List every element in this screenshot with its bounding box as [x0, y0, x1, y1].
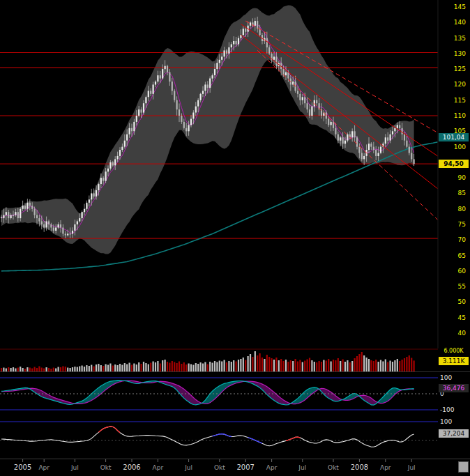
corner-resize-handle[interactable] — [458, 461, 469, 473]
volume-chart-canvas[interactable] — [0, 348, 470, 372]
svg-text:40: 40 — [458, 330, 467, 337]
svg-text:130: 130 — [454, 50, 466, 57]
svg-text:100: 100 — [440, 418, 452, 425]
svg-text:2006: 2006 — [123, 463, 140, 471]
svg-text:100: 100 — [440, 374, 452, 381]
svg-text:100: 100 — [454, 144, 466, 151]
svg-text:60: 60 — [458, 268, 467, 275]
svg-text:90: 90 — [458, 174, 467, 181]
last-price-badge: 94,50 — [439, 160, 469, 168]
svg-text:Jul: Jul — [184, 464, 192, 471]
volume-scale-label: 6.000K — [439, 348, 469, 355]
svg-text:75: 75 — [458, 221, 466, 228]
price-chart-canvas[interactable]: 1451401351301251201151101051009590858075… — [0, 0, 470, 348]
svg-text:2008: 2008 — [351, 463, 368, 471]
svg-text:Jul: Jul — [407, 464, 416, 471]
svg-text:Okt: Okt — [214, 464, 225, 471]
volume-value-badge: 3.111K — [439, 357, 469, 365]
svg-text:-100: -100 — [440, 406, 455, 413]
oscillator1-value-badge: 36,476 — [439, 384, 469, 392]
svg-text:2005: 2005 — [14, 463, 31, 471]
svg-text:65: 65 — [458, 252, 466, 259]
svg-text:80: 80 — [458, 206, 467, 213]
svg-text:120: 120 — [454, 81, 466, 88]
svg-text:Apr: Apr — [38, 464, 50, 471]
ma-value-badge: 101,04 — [439, 133, 469, 141]
svg-text:70: 70 — [458, 236, 467, 243]
svg-text:Apr: Apr — [153, 464, 164, 471]
oscillator2-value-badge: 37,204 — [439, 429, 469, 438]
svg-text:Apr: Apr — [266, 464, 278, 471]
svg-text:110: 110 — [454, 112, 466, 119]
svg-text:55: 55 — [458, 283, 466, 290]
svg-text:140: 140 — [454, 19, 466, 26]
svg-text:Okt: Okt — [328, 464, 339, 471]
oscillator2-canvas[interactable]: 100 — [0, 415, 470, 459]
svg-text:145: 145 — [454, 3, 466, 10]
svg-text:Apr: Apr — [380, 464, 391, 471]
svg-text:Okt: Okt — [100, 464, 112, 471]
svg-text:115: 115 — [454, 97, 466, 104]
svg-text:Jul: Jul — [70, 464, 79, 471]
svg-text:50: 50 — [458, 298, 467, 305]
svg-text:2007: 2007 — [236, 463, 254, 471]
oscillator1-canvas[interactable]: 1000-100 — [0, 372, 470, 415]
svg-text:85: 85 — [458, 190, 466, 197]
svg-text:125: 125 — [454, 66, 466, 72]
svg-text:135: 135 — [454, 35, 466, 42]
trading-chart-app: 1451401351301251201151101051009590858075… — [0, 0, 470, 476]
time-axis[interactable]: 2005AprJulOkt2006AprJulOkt2007AprJulOkt2… — [0, 459, 470, 476]
svg-text:45: 45 — [458, 314, 466, 321]
svg-text:Jul: Jul — [298, 464, 306, 471]
